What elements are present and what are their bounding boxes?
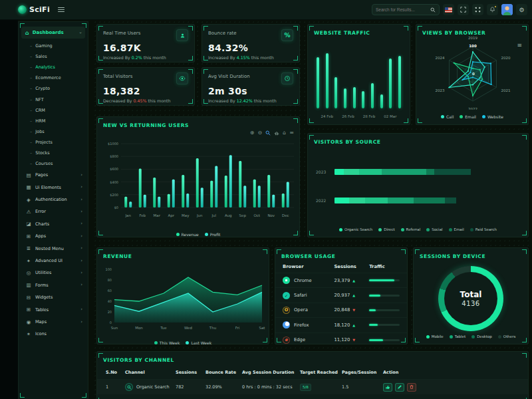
- sidebar-item-jobs[interactable]: –Jobs: [19, 126, 88, 137]
- sidebar-item-authentication[interactable]: ◈Authentication›: [19, 194, 88, 205]
- target-badge: 5/8: [300, 384, 311, 391]
- sidebar-item-label: Courses: [35, 161, 53, 166]
- svg-text:20: 20: [108, 310, 112, 314]
- user-avatar[interactable]: [501, 4, 513, 15]
- like-button[interactable]: [383, 383, 392, 392]
- traffic-progress-fill: [369, 295, 380, 297]
- trend-up-icon: ▲: [352, 323, 355, 327]
- browser-cell: OOpera: [283, 307, 334, 314]
- settings-button[interactable]: ⚙: [516, 4, 527, 15]
- firefox-icon: [283, 321, 290, 329]
- sidebar-item-forms[interactable]: ▥Forms›: [19, 279, 88, 291]
- chevron-right-icon: ›: [80, 246, 82, 251]
- svg-text:Thu: Thu: [209, 326, 216, 330]
- sidebar-item-sales[interactable]: –Sales: [19, 51, 88, 62]
- chart-menu-icon[interactable]: ≡: [289, 130, 294, 136]
- maps-icon: ◉: [25, 319, 32, 325]
- sidebar-item-label: Charts: [35, 221, 49, 227]
- action-cell: [383, 383, 519, 392]
- sidebar-item-projects[interactable]: –Projects: [19, 137, 88, 148]
- selection-zoom-icon[interactable]: [265, 130, 271, 136]
- legend-item-social[interactable]: Social: [426, 227, 442, 231]
- card-views-by-browser: VIEWS BY BROWSER ≡ 201920202021202220232…: [416, 24, 529, 125]
- traffic-cell: [369, 279, 400, 281]
- navbar-actions: ⚙: [372, 4, 527, 15]
- sidebar-dashboards-label: Dashboards: [33, 30, 64, 35]
- legend-item-profit[interactable]: Profit: [205, 232, 221, 237]
- trend-down-icon: ▼: [352, 308, 355, 312]
- legend-item-referral[interactable]: Referral: [401, 227, 421, 231]
- sidebar-item-error[interactable]: ⚠Error›: [19, 205, 88, 217]
- sidebar-item-gaming[interactable]: –Gaming: [19, 41, 88, 51]
- edit-button[interactable]: [395, 383, 404, 392]
- legend-item-this-week[interactable]: This Week: [154, 340, 180, 345]
- sidebar-item-pages[interactable]: ▤Pages›: [19, 169, 88, 181]
- apps-button[interactable]: [472, 4, 483, 15]
- legend-item-email[interactable]: Email: [449, 227, 464, 231]
- home-reset-icon[interactable]: ⌂: [283, 130, 286, 136]
- browser-name: Chrome: [294, 278, 312, 283]
- pan-icon[interactable]: [274, 130, 279, 136]
- sidebar-item-apps[interactable]: ⊞Apps›: [19, 230, 88, 242]
- card-visitors-by-channel: VISITORS BY CHANNEL S.NoChannelSessionsB…: [96, 351, 529, 399]
- scifi-analytics-dashboard: SciFi ⚙ ⌂: [0, 0, 532, 399]
- sidebar-item-maps[interactable]: ◉Maps›: [19, 316, 88, 328]
- sidebar-item-icons[interactable]: ✶Icons: [19, 328, 88, 340]
- delete-button[interactable]: [407, 383, 416, 392]
- sidebar-item-label: Sales: [35, 54, 47, 59]
- card-title: VIEWS BY BROWSER: [416, 25, 528, 36]
- dash-prefix: –: [30, 65, 32, 70]
- legend-item-direct[interactable]: Direct: [378, 227, 394, 231]
- notifications-button[interactable]: [487, 4, 498, 15]
- chevron-right-icon: ›: [80, 221, 82, 226]
- legend-item-website[interactable]: Website: [482, 114, 503, 119]
- brand-logo[interactable]: SciFi: [18, 5, 50, 14]
- search-input[interactable]: [376, 7, 428, 12]
- traffic-x-labels: 24 Feb26 Feb28 Feb02 Mar: [317, 114, 401, 118]
- legend-item-revenue[interactable]: Revenue: [176, 232, 199, 237]
- legend-dot: [471, 335, 475, 338]
- sidebar-item-ecommerce[interactable]: –Ecommerce: [19, 72, 88, 83]
- legend-item-others[interactable]: Others: [498, 334, 515, 338]
- device-legend: MobileTabletDesktopOthers: [414, 334, 528, 338]
- sidebar-item-dashboards[interactable]: ⌂ Dashboards ›: [21, 27, 85, 39]
- sidebar-item-courses[interactable]: –Courses: [19, 158, 88, 169]
- traffic-progress: [369, 279, 400, 281]
- sidebar-item-advanced-ui[interactable]: ✦Advanced UI›: [19, 255, 88, 267]
- legend-item-call[interactable]: Call: [441, 114, 454, 119]
- sidebar-toggle-icon[interactable]: [58, 6, 65, 13]
- legend-item-mobile[interactable]: Mobile: [426, 334, 444, 338]
- legend-item-paid-search[interactable]: Paid Search: [470, 227, 497, 231]
- language-flag-button[interactable]: [443, 4, 454, 15]
- sidebar-item-nested-menu[interactable]: ≣Nested Menu›: [19, 242, 88, 254]
- sidebar-item-crypto[interactable]: –Crypto: [19, 83, 88, 94]
- legend-item-tablet[interactable]: Tablet: [450, 334, 466, 338]
- chevron-right-icon: ›: [80, 198, 82, 202]
- logo-icon: [18, 5, 27, 14]
- sidebar-item-utilities[interactable]: ◎Utilities›: [19, 267, 88, 279]
- sidebar-item-widgets[interactable]: ⊟Widgets: [19, 291, 88, 303]
- legend-item-desktop[interactable]: Desktop: [471, 334, 492, 338]
- segment-organic-search: [334, 198, 349, 203]
- search-icon[interactable]: [430, 7, 436, 13]
- sidebar-item-crm[interactable]: –CRM: [19, 105, 88, 116]
- zoom-out-icon[interactable]: ⊖: [258, 130, 263, 136]
- channel-cell: Organic Search: [125, 383, 176, 391]
- legend-item-last-week[interactable]: Last Week: [186, 340, 211, 345]
- sidebar-item-ui-elements[interactable]: ▦Ui Elements›: [19, 182, 88, 194]
- zoom-in-icon[interactable]: ⊕: [250, 130, 255, 136]
- stat-change: Increased By 0.2% this month: [103, 55, 188, 60]
- sidebar-item-nft[interactable]: –NFT: [19, 94, 88, 104]
- browser-name: Opera: [294, 307, 308, 313]
- legend-item-email[interactable]: Email: [460, 114, 476, 119]
- legend-dot: [176, 233, 180, 236]
- sidebar-item-charts[interactable]: ◪Charts›: [19, 218, 88, 230]
- legend-item-organic-search[interactable]: Organic Search: [339, 227, 372, 231]
- sidebar-item-hrm[interactable]: –HRM: [19, 116, 88, 126]
- sidebar-item-tables[interactable]: ⊞Tables›: [19, 303, 88, 315]
- sidebar-rail: [0, 20, 18, 399]
- traffic-bar: [398, 56, 401, 108]
- fullscreen-button[interactable]: [458, 4, 469, 15]
- sidebar-item-stocks[interactable]: –Stocks: [19, 148, 88, 158]
- sidebar-item-analytics[interactable]: –Analytics: [19, 62, 88, 72]
